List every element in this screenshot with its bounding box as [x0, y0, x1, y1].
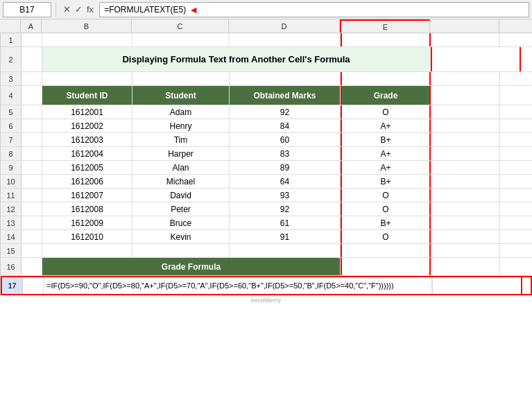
- cell-a1[interactable]: [22, 33, 42, 46]
- cell-c9[interactable]: Alan: [132, 161, 230, 174]
- cell-f14[interactable]: [431, 230, 500, 243]
- cell-f9[interactable]: [431, 161, 500, 174]
- cell-f13[interactable]: [431, 216, 500, 229]
- cell-d7[interactable]: 60: [230, 133, 341, 146]
- cell-d11[interactable]: 93: [230, 189, 341, 202]
- cell-c13[interactable]: Bruce: [132, 216, 230, 229]
- cell-e13[interactable]: B+: [341, 216, 431, 229]
- cell-c11[interactable]: David: [132, 189, 230, 202]
- col-header-f[interactable]: [430, 19, 499, 33]
- col-header-e[interactable]: E: [340, 19, 430, 33]
- cell-d15[interactable]: [230, 244, 341, 257]
- cell-e10[interactable]: B+: [341, 175, 431, 188]
- cell-d13[interactable]: 61: [230, 216, 341, 229]
- cell-d1[interactable]: [230, 33, 341, 46]
- cell-a6[interactable]: [22, 119, 42, 132]
- cancel-icon[interactable]: ✕: [63, 4, 71, 15]
- cell-c15[interactable]: [132, 244, 230, 257]
- formula-input[interactable]: =FORMULATEXT(E5) ◄: [99, 2, 529, 17]
- cell-f11[interactable]: [431, 189, 500, 202]
- cell-e11[interactable]: O: [341, 189, 431, 202]
- cell-a7[interactable]: [22, 133, 42, 146]
- cell-c12[interactable]: Peter: [132, 202, 230, 216]
- cell-b13[interactable]: 1612009: [42, 216, 132, 229]
- cell-d10[interactable]: 64: [230, 175, 341, 188]
- cell-b1[interactable]: [42, 33, 132, 46]
- confirm-icon[interactable]: ✓: [75, 4, 83, 15]
- cell-d3[interactable]: [230, 72, 341, 85]
- cell-c10[interactable]: Michael: [132, 175, 230, 188]
- cell-a5[interactable]: [22, 105, 42, 119]
- cell-reference-box[interactable]: B17: [3, 2, 51, 17]
- cell-c7[interactable]: Tim: [132, 133, 230, 146]
- cell-f2[interactable]: [521, 47, 532, 71]
- cell-e3[interactable]: [341, 72, 431, 85]
- cell-e9[interactable]: A+: [341, 161, 431, 174]
- cell-c5[interactable]: Adam: [132, 105, 230, 119]
- cell-d12[interactable]: 92: [230, 202, 341, 216]
- col-header-b[interactable]: B: [42, 19, 132, 33]
- cell-a13[interactable]: [22, 216, 42, 229]
- cell-a4[interactable]: [22, 86, 42, 105]
- cell-d6[interactable]: 84: [230, 119, 341, 132]
- cell-e12[interactable]: O: [341, 202, 431, 216]
- cell-e17[interactable]: [432, 277, 522, 294]
- cell-e14[interactable]: O: [341, 230, 431, 243]
- cell-formula-17[interactable]: =IF(D5>=90,"O",IF(D5>=80,"A+",IF(D5>=70,…: [44, 277, 432, 294]
- cell-a16[interactable]: [22, 258, 42, 275]
- cell-b3[interactable]: [42, 72, 132, 85]
- cell-b11[interactable]: 1612007: [42, 189, 132, 202]
- cell-b8[interactable]: 1612004: [42, 147, 132, 160]
- cell-a15[interactable]: [22, 244, 42, 257]
- cell-e2[interactable]: [431, 47, 521, 71]
- col-header-d[interactable]: D: [229, 19, 340, 33]
- cell-d14[interactable]: 91: [230, 230, 341, 243]
- cell-a8[interactable]: [22, 147, 42, 160]
- cell-c14[interactable]: Kevin: [132, 230, 230, 243]
- cell-a14[interactable]: [22, 230, 42, 243]
- cell-e7[interactable]: B+: [341, 133, 431, 146]
- cell-e15[interactable]: [341, 244, 431, 257]
- cell-a12[interactable]: [22, 202, 42, 216]
- cell-f3[interactable]: [431, 72, 500, 85]
- cell-f7[interactable]: [431, 133, 500, 146]
- cell-c1[interactable]: [132, 33, 230, 46]
- cell-f15[interactable]: [431, 244, 500, 257]
- cell-e6[interactable]: A+: [341, 119, 431, 132]
- cell-c6[interactable]: Henry: [132, 119, 230, 132]
- cell-a3[interactable]: [22, 72, 42, 85]
- cell-f16[interactable]: [431, 258, 500, 275]
- cell-a10[interactable]: [22, 175, 42, 188]
- cell-b6[interactable]: 1612002: [42, 119, 132, 132]
- cell-f17[interactable]: [522, 277, 532, 294]
- cell-a2[interactable]: [22, 47, 42, 71]
- cell-f4[interactable]: [431, 86, 500, 105]
- cell-f8[interactable]: [431, 147, 500, 160]
- cell-d9[interactable]: 89: [230, 161, 341, 174]
- cell-e16[interactable]: [341, 258, 431, 275]
- cell-e5[interactable]: O: [341, 105, 431, 119]
- cell-f6[interactable]: [431, 119, 500, 132]
- col-header-a[interactable]: A: [21, 19, 42, 33]
- cell-a17[interactable]: [23, 277, 44, 294]
- cell-f12[interactable]: [431, 202, 500, 216]
- cell-f10[interactable]: [431, 175, 500, 188]
- cell-a9[interactable]: [22, 161, 42, 174]
- cell-f5[interactable]: [431, 105, 500, 119]
- cell-f1[interactable]: [431, 33, 500, 46]
- cell-a11[interactable]: [22, 189, 42, 202]
- cell-e8[interactable]: A+: [341, 147, 431, 160]
- cell-b15[interactable]: [42, 244, 132, 257]
- cell-b14[interactable]: 1612010: [42, 230, 132, 243]
- cell-c3[interactable]: [132, 72, 230, 85]
- cell-b10[interactable]: 1612006: [42, 175, 132, 188]
- cell-b9[interactable]: 1612005: [42, 161, 132, 174]
- cell-d8[interactable]: 83: [230, 147, 341, 160]
- cell-e1[interactable]: [341, 33, 431, 46]
- fx-icon[interactable]: fx: [87, 4, 94, 15]
- cell-d5[interactable]: 92: [230, 105, 341, 119]
- cell-b12[interactable]: 1612008: [42, 202, 132, 216]
- cell-b7[interactable]: 1612003: [42, 133, 132, 146]
- cell-b5[interactable]: 1612001: [42, 105, 132, 119]
- col-header-c[interactable]: C: [132, 19, 229, 33]
